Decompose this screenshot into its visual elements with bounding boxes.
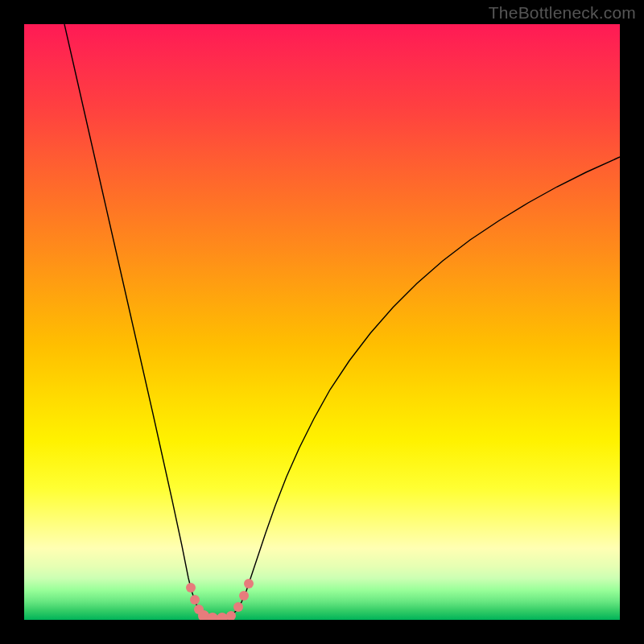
marker-group [186, 579, 254, 620]
watermark-text: TheBottleneck.com [489, 3, 636, 23]
curve-marker [244, 579, 254, 588]
bottleneck-curve-svg [24, 24, 620, 620]
plot-area [24, 24, 620, 620]
bottleneck-curve-right [221, 157, 620, 618]
curve-marker [190, 595, 200, 605]
bottleneck-curve-left [64, 24, 221, 618]
curve-marker [239, 591, 249, 601]
curve-marker [186, 583, 196, 592]
curve-marker [217, 613, 228, 620]
curve-marker [233, 602, 243, 612]
